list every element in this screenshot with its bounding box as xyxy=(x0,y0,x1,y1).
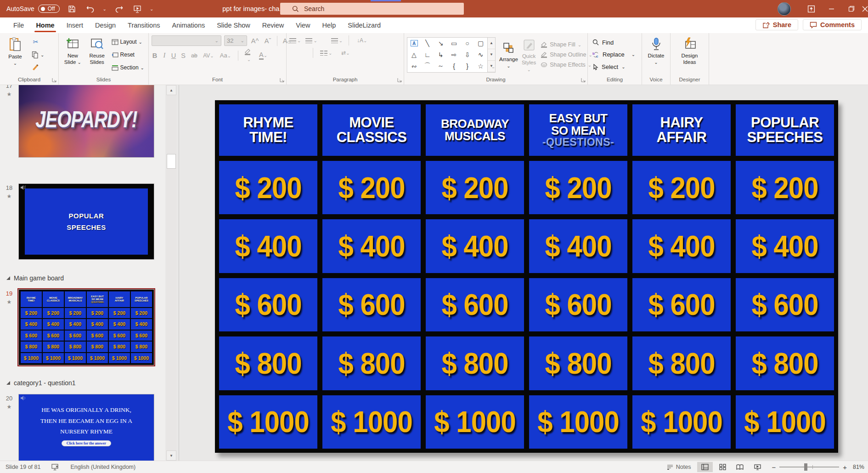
close-button[interactable] xyxy=(862,0,868,17)
clue-cell-col1-row5[interactable]: $ 1000 xyxy=(21,353,42,363)
answer-link[interactable]: Click here for the answer xyxy=(62,440,111,446)
clue-cell-col5-row5[interactable]: $ 1000 xyxy=(109,353,130,363)
clue-cell-col1-row5[interactable]: $ 1000 xyxy=(219,395,317,449)
clue-cell-col6-row1[interactable]: $ 200 xyxy=(736,161,834,214)
zoom-out-button[interactable]: − xyxy=(772,463,776,471)
language-indicator[interactable]: English (United Kingdom) xyxy=(70,464,135,470)
clue-cell-col1-row3[interactable]: $ 600 xyxy=(219,278,317,331)
clue-cell-col4-row1[interactable]: $ 200 xyxy=(529,161,627,214)
slide-19-thumbnail[interactable]: RHYMETIME!MOVIECLASSICSBROADWAYMUSICALSE… xyxy=(18,289,154,365)
clue-cell-col5-row1[interactable]: $ 200 xyxy=(109,308,130,318)
clue-cell-col2-row1[interactable]: $ 200 xyxy=(322,161,421,214)
zoom-level[interactable]: 81% xyxy=(851,464,864,470)
arrow-shape-icon[interactable]: ↘ xyxy=(438,40,444,47)
slide-17-thumbnail[interactable]: JEOPARDY! xyxy=(18,85,154,158)
shadow-button[interactable]: S xyxy=(180,52,186,59)
category-header-1[interactable]: RHYMETIME! xyxy=(219,104,317,156)
clue-cell-col1-row2[interactable]: $ 400 xyxy=(21,319,42,329)
shape-fill-button[interactable]: Shape Fill⌄ xyxy=(541,40,592,50)
shapes-scroll-up[interactable]: ▲ xyxy=(488,38,495,49)
category-header-2[interactable]: MOVIECLASSICS xyxy=(43,291,64,307)
category-header-5[interactable]: HAIRYAFFAIR xyxy=(632,104,731,156)
reuse-slides-button[interactable]: Reuse Slides xyxy=(86,35,108,74)
brace-left-shape-icon[interactable]: { xyxy=(453,63,455,70)
clue-cell-col6-row4[interactable]: $ 800 xyxy=(131,342,152,352)
category-header-2[interactable]: MOVIECLASSICS xyxy=(322,104,421,156)
font-size-combo[interactable]: 32⌄ xyxy=(224,35,247,46)
tab-review[interactable]: Review xyxy=(256,18,290,32)
quick-styles-button[interactable]: Quick Styles ⌄ xyxy=(522,37,536,73)
clue-cell-col5-row2[interactable]: $ 400 xyxy=(109,319,130,329)
clue-cell-col2-row2[interactable]: $ 400 xyxy=(43,319,64,329)
arrange-button[interactable]: Arrange⌄ xyxy=(499,40,518,69)
bold-button[interactable]: B xyxy=(152,52,158,59)
clue-cell-col6-row5[interactable]: $ 1000 xyxy=(131,353,152,363)
clue-cell-col4-row5[interactable]: $ 1000 xyxy=(529,395,627,449)
notes-button[interactable]: Notes xyxy=(667,464,691,470)
clue-cell-col4-row2[interactable]: $ 400 xyxy=(87,319,108,329)
new-slide-chevron[interactable]: ⌄ xyxy=(78,60,81,65)
minimize-button[interactable] xyxy=(821,0,841,17)
user-avatar[interactable] xyxy=(778,2,791,16)
clue-cell-col5-row4[interactable]: $ 800 xyxy=(109,342,130,352)
tab-insert[interactable]: Insert xyxy=(61,18,89,32)
section-main-game-board[interactable]: Main game board xyxy=(0,273,165,284)
find-button[interactable]: Find xyxy=(592,39,635,46)
tab-transitions[interactable]: Transitions xyxy=(122,18,166,32)
slide-sorter-view-button[interactable] xyxy=(715,462,730,472)
clue-cell-col5-row3[interactable]: $ 600 xyxy=(109,331,130,341)
clue-cell-col4-row5[interactable]: $ 1000 xyxy=(87,353,108,363)
tab-slidelizard[interactable]: SlideLizard xyxy=(342,18,387,32)
font-dialog-launcher[interactable] xyxy=(280,78,284,82)
clue-cell-col3-row5[interactable]: $ 1000 xyxy=(65,353,86,363)
clue-cell-col2-row4[interactable]: $ 800 xyxy=(322,336,421,390)
clue-cell-col5-row1[interactable]: $ 200 xyxy=(632,161,731,214)
rounded-rectangle-shape-icon[interactable]: ▢ xyxy=(478,40,484,47)
scroll-up-button[interactable]: ▲ xyxy=(166,85,176,95)
shapes-scroll-down[interactable]: ▼ xyxy=(488,49,495,61)
accessibility-checker-icon[interactable] xyxy=(51,464,59,471)
tab-animations[interactable]: Animations xyxy=(166,18,211,32)
character-spacing-button[interactable]: AV⌄ xyxy=(203,52,214,59)
paste-button[interactable]: Paste⌄ xyxy=(3,35,28,74)
clue-cell-col6-row3[interactable]: $ 600 xyxy=(131,331,152,341)
drawing-dialog-launcher[interactable] xyxy=(581,78,586,82)
text-box-shape-icon[interactable]: A xyxy=(411,40,418,46)
clue-cell-col2-row3[interactable]: $ 600 xyxy=(43,331,64,341)
clue-cell-col2-row5[interactable]: $ 1000 xyxy=(322,395,421,449)
slide-18-thumbnail[interactable]: POPULAR SPEECHES xyxy=(18,183,154,260)
elbow-shape-icon[interactable]: ∟ xyxy=(424,51,431,58)
clue-cell-col6-row1[interactable]: $ 200 xyxy=(131,308,152,318)
ribbon-display-options-button[interactable] xyxy=(801,0,821,17)
clue-cell-col3-row2[interactable]: $ 400 xyxy=(65,319,86,329)
rectangle-shape-icon[interactable]: ▭ xyxy=(451,40,457,47)
clue-cell-col2-row3[interactable]: $ 600 xyxy=(322,278,421,331)
dictate-button[interactable]: Dictate⌄ xyxy=(645,35,667,74)
tab-file[interactable]: File xyxy=(7,18,30,32)
columns-button[interactable]: ⌄ xyxy=(320,51,332,56)
zoom-slider[interactable] xyxy=(779,467,839,467)
shape-outline-button[interactable]: Shape Outline⌄ xyxy=(541,50,592,60)
zoom-slider-thumb[interactable] xyxy=(804,463,807,471)
clue-cell-col1-row1[interactable]: $ 200 xyxy=(219,161,317,214)
elbow-arrow-shape-icon[interactable]: ↳ xyxy=(438,51,444,58)
redo-button[interactable] xyxy=(113,3,125,15)
text-direction-button[interactable]: ↓A⌄ xyxy=(355,37,369,44)
clue-cell-col1-row3[interactable]: $ 600 xyxy=(21,331,42,341)
search-input[interactable]: Search xyxy=(280,3,464,15)
undo-button[interactable] xyxy=(85,3,96,15)
tab-design[interactable]: Design xyxy=(89,18,122,32)
share-button[interactable]: Share xyxy=(755,19,798,30)
clue-cell-col4-row3[interactable]: $ 600 xyxy=(529,278,627,331)
category-header-5[interactable]: HAIRYAFFAIR xyxy=(109,291,130,307)
paste-dropdown-chevron[interactable]: ⌄ xyxy=(13,61,17,66)
restore-button[interactable] xyxy=(841,0,862,17)
oval-shape-icon[interactable]: ○ xyxy=(465,40,469,47)
arc-shape-icon[interactable]: ⌒ xyxy=(424,62,431,70)
clue-cell-col5-row4[interactable]: $ 800 xyxy=(632,336,731,390)
clue-cell-col1-row1[interactable]: $ 200 xyxy=(21,308,42,318)
clue-cell-col4-row4[interactable]: $ 800 xyxy=(87,342,108,352)
shape-effects-button[interactable]: Shape Effects⌄ xyxy=(541,60,592,70)
clue-cell-col5-row2[interactable]: $ 400 xyxy=(632,219,731,273)
convert-smartart-button[interactable]: ⇄⌄ xyxy=(338,50,353,56)
